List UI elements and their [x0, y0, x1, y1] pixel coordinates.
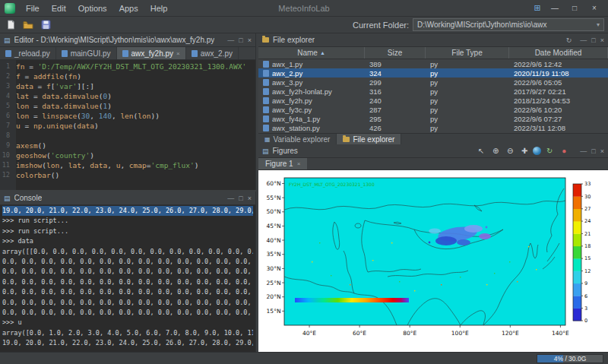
code-text: geoshow('country'): [13, 150, 94, 160]
date-modified-cell: 2018/12/24 04:53: [509, 97, 608, 105]
menu-options[interactable]: Options: [72, 2, 113, 14]
py-file-icon: [263, 70, 269, 77]
py-file-icon: [263, 61, 269, 68]
save-icon[interactable]: [39, 18, 52, 32]
file-size-cell: 389: [365, 60, 426, 68]
close-icon[interactable]: ×: [600, 36, 604, 45]
rainbow-strip: [295, 298, 409, 302]
colorbar: 03691215182124273033: [573, 181, 591, 324]
maximize-button[interactable]: □: [565, 2, 584, 15]
editor-tab-awx-fy2h-py[interactable]: awx_fy2h.py×: [117, 47, 186, 59]
x-tick-label: 80°E: [403, 330, 416, 337]
statusbar: 4% / 30.0G: [0, 352, 608, 364]
file-row[interactable]: awx_2.py324py2020/11/19 11:08: [258, 68, 608, 78]
file-size-cell: 426: [365, 124, 426, 132]
minimize-icon[interactable]: —: [227, 36, 234, 45]
float-icon[interactable]: □: [239, 36, 242, 45]
menu-edit[interactable]: Edit: [46, 2, 72, 14]
close-figure-icon[interactable]: ×: [297, 160, 301, 167]
layout-icon[interactable]: ⊞: [530, 3, 544, 13]
current-folder-combo[interactable]: D:\Working\MIScript\Jython\mis\io\awx ▾: [413, 18, 604, 31]
minimize-icon[interactable]: —: [580, 36, 587, 45]
menu-file[interactable]: File: [20, 2, 46, 14]
figure-tab-label: Figure 1: [265, 160, 293, 168]
file-row[interactable]: awx_fy4a_1.py295py2022/9/6 07:27: [258, 114, 608, 123]
date-modified-cell: 2017/9/27 02:21: [509, 87, 608, 96]
pan-icon[interactable]: ✚: [518, 146, 530, 157]
select-icon[interactable]: ↖: [475, 146, 487, 157]
y-tick-label: 45°N: [267, 223, 281, 229]
new-script-icon[interactable]: [4, 18, 17, 32]
menubar: FileEditOptionsAppsHelp MeteoInfoLab ⊞ —…: [0, 0, 608, 17]
file-row[interactable]: awx_fy2h-lonlat.py316py2017/9/27 02:21: [258, 87, 608, 96]
y-tick-label: 40°N: [267, 237, 281, 244]
colorbar-tick-label: 15: [584, 255, 591, 261]
full-extent-icon[interactable]: [533, 147, 541, 155]
identify-icon[interactable]: ●: [558, 146, 570, 157]
column-header-size[interactable]: Size: [365, 47, 426, 59]
file-row[interactable]: awx_fy2h.py240py2018/12/24 04:53: [258, 96, 608, 105]
tab-variable-explorer[interactable]: ▦Variable explorer: [258, 134, 337, 144]
figure-canvas[interactable]: 40°E60°E80°E100°E120°E140°E15°N20°N25°N3…: [258, 170, 605, 351]
console-output[interactable]: 19.0, 20.0, 21.0, 22.0, 23.0, 24.0, 25.0…: [0, 205, 255, 352]
editor-tab-maingui-py[interactable]: mainGUI.py: [56, 47, 117, 59]
float-icon[interactable]: □: [239, 194, 242, 203]
editor-tab--reload-py[interactable]: _reload.py: [0, 47, 56, 59]
colorbar-tick-label: 12: [584, 268, 591, 274]
file-row[interactable]: awx_fy3c.py287py2022/9/6 10:20: [258, 105, 608, 114]
open-file-icon[interactable]: [21, 18, 35, 32]
code-line: 1fn = 'D:/Temp/AWX/FY2H_DST_MLT_OTG_2023…: [0, 62, 255, 71]
memory-indicator[interactable]: 4% / 30.0G: [537, 354, 603, 363]
menu-apps[interactable]: Apps: [113, 2, 144, 14]
code-text: fn = 'D:/Temp/AWX/FY2H_DST_MLT_OTG_20230…: [13, 62, 246, 71]
zoom-out-icon[interactable]: ⊖: [504, 146, 516, 157]
date-modified-cell: 2022/3/11 12:08: [509, 124, 608, 132]
meteoinfolab-window: FileEditOptionsAppsHelp MeteoInfoLab ⊞ —…: [0, 0, 608, 364]
menu-help[interactable]: Help: [144, 2, 174, 14]
editor-tab-awx-2-py[interactable]: awx_2.py: [186, 47, 239, 59]
close-button[interactable]: ×: [585, 2, 603, 15]
rotate-icon[interactable]: ↻: [543, 146, 556, 157]
minimize-button[interactable]: —: [546, 2, 564, 15]
file-row[interactable]: awx_1.py389py2022/9/6 12:42: [258, 59, 608, 68]
file-size-cell: 299: [365, 78, 426, 87]
code-text: axesm(): [13, 141, 46, 150]
chevron-down-icon[interactable]: ▾: [597, 21, 600, 28]
y-tick-label: 20°N: [267, 293, 281, 300]
column-header-name[interactable]: Name▲: [258, 47, 365, 59]
column-header-file-type[interactable]: File Type: [426, 47, 509, 59]
file-name-cell: awx_3.py: [258, 78, 365, 87]
file-row[interactable]: awx_station.py426py2022/3/11 12:08: [258, 123, 608, 132]
tab-file-explorer[interactable]: File explorer: [337, 134, 401, 144]
file-type-cell: py: [426, 97, 509, 105]
minimize-icon[interactable]: —: [227, 194, 234, 203]
refresh-icon[interactable]: ↻: [566, 36, 572, 45]
close-tab-icon[interactable]: ×: [176, 50, 180, 57]
y-tick-label: 25°N: [267, 280, 281, 286]
column-header-date-modified[interactable]: Date Modified: [509, 47, 608, 59]
py-file-icon: [263, 125, 269, 131]
zoom-in-icon[interactable]: ⊕: [489, 146, 502, 157]
float-icon[interactable]: □: [591, 147, 595, 156]
line-number: 8: [0, 131, 13, 141]
close-icon[interactable]: ×: [248, 36, 252, 45]
file-row[interactable]: awx_3.py299py2022/9/6 05:05: [258, 78, 608, 87]
py-file-icon: [263, 106, 269, 113]
py-file-icon: [263, 97, 269, 104]
figures-panel-title: Figures: [273, 147, 298, 155]
close-icon[interactable]: ×: [248, 194, 252, 203]
code-text: imshow(lon, lat, data, u, cmap='cmp_flux…: [13, 160, 198, 170]
menu-items: FileEditOptionsAppsHelp: [20, 2, 173, 14]
file-type-cell: py: [426, 78, 509, 87]
editor-panel-controls: —□×: [227, 36, 252, 45]
x-tick-label: 120°E: [502, 330, 519, 337]
file-type-cell: py: [426, 87, 509, 96]
minimize-icon[interactable]: —: [580, 147, 587, 156]
code-area[interactable]: 1fn = 'D:/Temp/AWX/FY2H_DST_MLT_OTG_2023…: [0, 60, 255, 190]
figures-panel-icon: ▤: [262, 147, 269, 155]
editor-panel-icon: ▤: [4, 36, 11, 44]
code-line: 12colorbar(): [0, 170, 255, 180]
figure-tab[interactable]: Figure 1 ×: [258, 158, 307, 169]
close-icon[interactable]: ×: [600, 147, 604, 156]
float-icon[interactable]: □: [591, 36, 595, 45]
